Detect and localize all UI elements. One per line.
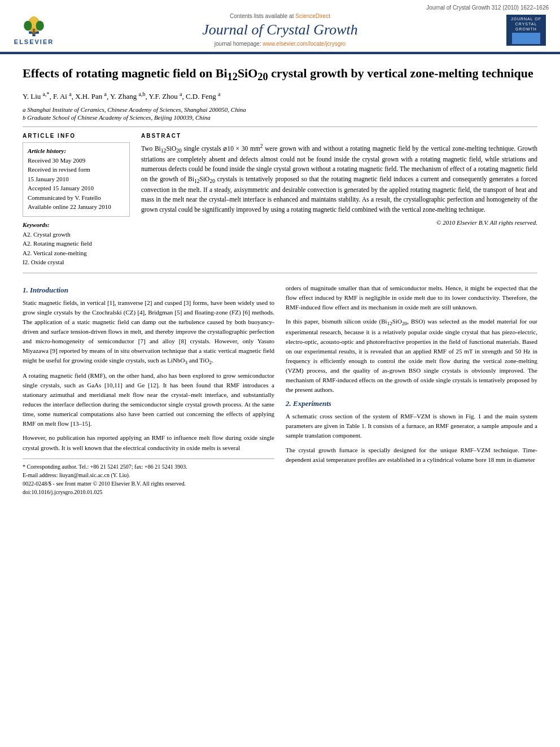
journal-ref: Journal of Crystal Growth 312 (2010) 162… [11,5,549,11]
sciencedirect-label: Contents lists available at [230,13,295,19]
authors-line: Y. Liu a,*, F. Ai a, X.H. Pan a, Y. Zhan… [23,91,537,101]
keyword-2: A2. Rotating magnetic field [23,239,130,248]
intro-para3: However, no publication has reported app… [23,433,274,452]
elsevier-tree-icon [17,15,51,37]
date-revised: 15 January 2010 [28,174,125,184]
abstract-text: Two Bi12SiO20 single crystals ⌀10 × 30 m… [141,142,537,215]
right-para2: In this paper, bismuth silicon oxide (Bi… [286,317,537,395]
experiments-number: 2. [286,399,291,408]
right-para3: A schematic cross section of the system … [286,412,537,440]
keywords-section: Keywords: A2. Crystal growth A2. Rotatin… [23,221,130,267]
footnote-email: E-mail address: liuyan@mail.sic.ac.cn (Y… [23,471,274,479]
footnotes-area: * Corresponding author. Tel.: +86 21 524… [23,458,274,496]
crystal-logo-box: JOURNAL OF CRYSTAL GROWTH [506,15,546,46]
body-left-col: 1. Introduction Static magnetic fields, … [23,283,274,496]
journal-center: Contents lists available at ScienceDirec… [56,13,504,47]
svg-rect-6 [33,29,35,35]
svg-point-4 [24,21,32,31]
received-revised-label: Received in revised form [28,165,125,174]
available-online: Available online 22 January 2010 [28,202,125,212]
intro-number: 1. [23,286,28,294]
abstract-label: ABSTRACT [141,133,537,139]
affil-a: a Shanghai Institute of Ceramics, Chines… [23,106,537,113]
elsevier-logo: ELSEVIER [11,15,56,45]
right-para4: The crystal growth furnace is specially … [286,445,537,465]
svg-point-5 [36,21,44,31]
abstract-col: ABSTRACT Two Bi12SiO20 single crystals ⌀… [141,133,537,267]
divider-2 [23,273,537,273]
crystal-growth-logo: JOURNAL OF CRYSTAL GROWTH [504,15,549,46]
affil-b: b Graduate School of Chinese Academy of … [23,114,537,121]
journal-header: Journal of Crystal Growth 312 (2010) 162… [0,0,560,52]
article-info-box: Article history: Received 30 May 2009 Re… [23,142,130,217]
article-body: Effects of rotating magnetic field on Bi… [0,54,560,508]
keywords-label: Keywords: [23,221,130,228]
intro-title: Introduction [30,286,68,294]
affiliations: a Shanghai Institute of Ceramics, Chines… [23,106,537,121]
communicated: Communicated by V. Fratello [28,193,125,203]
crystal-logo-text: JOURNAL OF CRYSTAL GROWTH [511,16,541,32]
intro-para1: Static magnetic fields, in vertical [1],… [23,298,274,367]
received-date: Received 30 May 2009 [28,156,125,165]
keyword-1: A2. Crystal growth [23,230,130,239]
article-title: Effects of rotating magnetic field on Bi… [23,65,537,84]
intro-heading: 1. Introduction [23,286,274,295]
header-content: ELSEVIER Contents lists available at Sci… [11,11,549,49]
sciencedirect-link[interactable]: ScienceDirect [295,13,330,19]
journal-title: Journal of Crystal Growth [56,21,504,38]
elsevier-text: ELSEVIER [14,38,54,45]
copyright-line: © 2010 Elsevier B.V. All rights reserved… [141,219,537,226]
right-para1: orders of magnitude smaller than that of… [286,283,537,312]
article-info-col: ARTICLE INFO Article history: Received 3… [23,133,130,267]
keyword-3: A2. Vertical zone-melting [23,248,130,258]
article-info-label: ARTICLE INFO [23,133,130,139]
accepted-date: Accepted 15 January 2010 [28,184,125,193]
divider-1 [23,126,537,127]
homepage-link[interactable]: www.elsevier.com/locate/jcrysgro [262,41,345,47]
sciencedirect-line: Contents lists available at ScienceDirec… [56,13,504,19]
body-right-col: orders of magnitude smaller than that of… [286,283,537,496]
intro-para2: A rotating magnetic field (RMF), on the … [23,371,274,429]
article-meta-section: ARTICLE INFO Article history: Received 3… [23,133,537,267]
experiments-title: Experiments [293,399,331,408]
page: Journal of Crystal Growth 312 (2010) 162… [0,0,560,747]
history-label: Article history: [28,147,125,154]
homepage-label: journal homepage: [215,41,263,47]
keyword-4: I2. Oxide crystal [23,257,130,267]
footnote-doi: doi:10.1016/j.jcrysgro.2010.01.025 [23,488,274,496]
footnote-corresponding: * Corresponding author. Tel.: +86 21 524… [23,462,274,471]
experiments-heading: 2. Experiments [286,399,537,408]
body-two-col: 1. Introduction Static magnetic fields, … [23,283,537,496]
footnote-issn: 0022-0248/$ - see front matter © 2010 El… [23,479,274,488]
crystal-logo-image [512,33,540,44]
homepage-line: journal homepage: www.elsevier.com/locat… [56,41,504,47]
